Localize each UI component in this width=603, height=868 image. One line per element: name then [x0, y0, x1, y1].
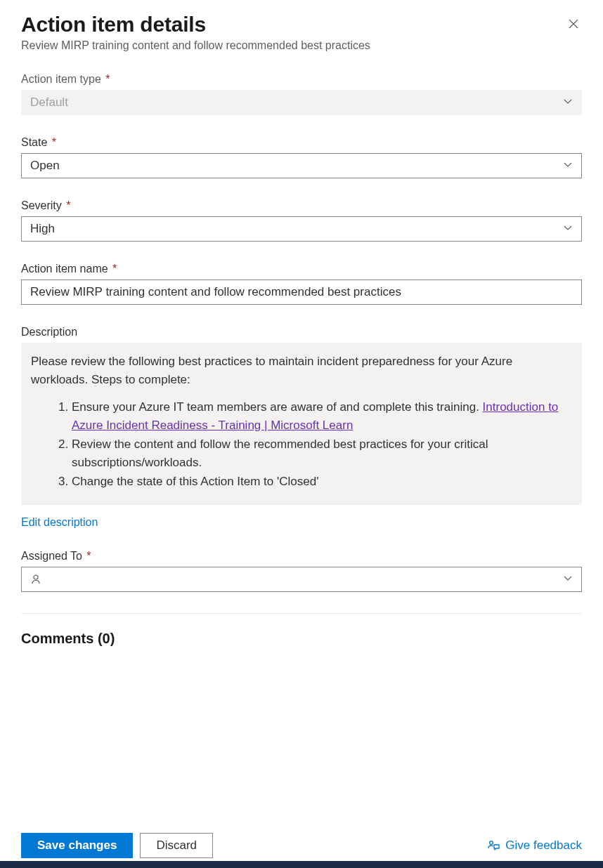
- type-value: Default: [30, 96, 68, 110]
- required-indicator: *: [112, 263, 117, 275]
- assigned-label: Assigned To *: [21, 550, 582, 563]
- person-icon: [30, 574, 41, 585]
- description-box: Please review the following best practic…: [21, 343, 582, 505]
- edit-description-link[interactable]: Edit description: [21, 516, 98, 529]
- severity-label: Severity *: [21, 199, 582, 212]
- save-button[interactable]: Save changes: [21, 833, 133, 858]
- description-label: Description: [21, 326, 582, 338]
- close-button[interactable]: [568, 18, 582, 32]
- required-indicator: *: [86, 550, 91, 562]
- description-step-1: Ensure your Azure IT team members are aw…: [72, 398, 572, 434]
- divider: [21, 613, 582, 614]
- state-label: State *: [21, 136, 582, 149]
- svg-point-1: [490, 841, 493, 845]
- chevron-down-icon: [563, 96, 573, 110]
- required-indicator: *: [52, 136, 56, 148]
- name-label: Action item name *: [21, 263, 582, 275]
- state-select[interactable]: Open: [21, 153, 582, 178]
- name-value: Review MIRP training content and follow …: [30, 285, 401, 299]
- svg-point-0: [34, 575, 38, 579]
- severity-value: High: [30, 222, 55, 236]
- required-indicator: *: [105, 73, 110, 85]
- chevron-down-icon: [563, 222, 573, 236]
- chevron-down-icon: [563, 159, 573, 173]
- close-icon: [568, 18, 579, 29]
- type-select: Default: [21, 90, 582, 115]
- severity-select[interactable]: High: [21, 216, 582, 242]
- discard-button[interactable]: Discard: [140, 833, 213, 858]
- feedback-label: Give feedback: [505, 839, 582, 853]
- description-step-2: Review the content and follow the recomm…: [72, 435, 572, 471]
- description-intro: Please review the following best practic…: [31, 353, 572, 388]
- page-subtitle: Review MIRP training content and follow …: [21, 39, 582, 52]
- page-title: Action item details: [21, 13, 582, 37]
- type-label: Action item type *: [21, 73, 582, 86]
- description-step-3: Change the state of this Action Item to …: [72, 473, 572, 491]
- feedback-link[interactable]: Give feedback: [487, 839, 582, 853]
- assigned-select[interactable]: [21, 567, 582, 592]
- name-input[interactable]: Review MIRP training content and follow …: [21, 280, 582, 305]
- state-value: Open: [30, 159, 60, 173]
- comments-heading: Comments (0): [21, 631, 582, 647]
- required-indicator: *: [66, 199, 70, 211]
- bottom-strip: [0, 861, 603, 868]
- feedback-icon: [487, 839, 500, 852]
- chevron-down-icon: [563, 572, 573, 586]
